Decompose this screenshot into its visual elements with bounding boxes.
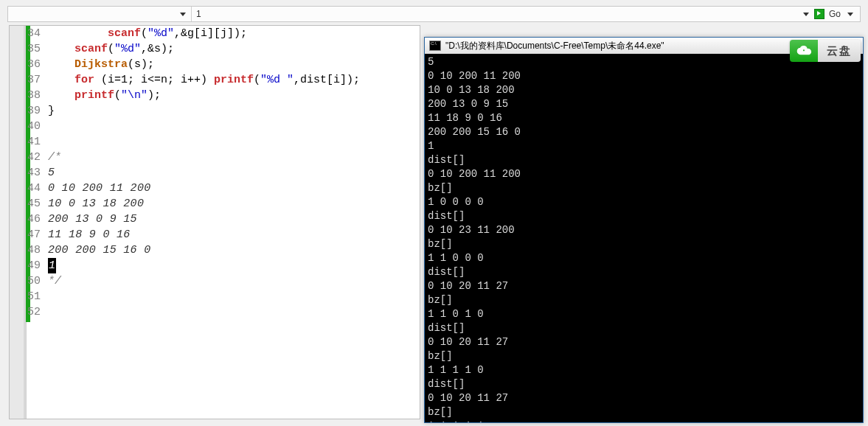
code-line[interactable]: 38 printf("\n"); <box>10 88 420 103</box>
line-number: 47 <box>10 227 48 242</box>
code-text: printf("\n"); <box>48 88 161 103</box>
line-number: 45 <box>10 196 48 212</box>
code-lines[interactable]: 34 scanf("%d",&g[i][j]);35 scanf("%d",&s… <box>10 26 420 320</box>
code-text: 11 18 9 0 16 <box>48 227 131 242</box>
code-line[interactable]: 52 <box>10 304 420 320</box>
code-line[interactable]: 491 <box>10 258 420 273</box>
code-text: scanf("%d",&g[i][j]); <box>48 26 247 41</box>
code-line[interactable]: 440 10 200 11 200 <box>10 181 420 196</box>
line-number: 34 <box>10 26 48 41</box>
console-window: "D:\我的资料库\Documents\C-Free\Temp\未命名44.ex… <box>424 37 864 423</box>
code-line[interactable]: 51 <box>10 289 420 304</box>
code-text: 0 10 200 11 200 <box>48 181 151 196</box>
console-output[interactable]: 5 0 10 200 11 200 10 0 13 18 200 200 13 … <box>425 54 863 422</box>
line-number: 49 <box>10 258 48 273</box>
selection-highlight <box>30 165 420 181</box>
code-text: scanf("%d",&s); <box>48 41 174 57</box>
code-line[interactable]: 50*/ <box>10 273 420 289</box>
code-line[interactable]: 34 scanf("%d",&g[i][j]); <box>10 26 420 41</box>
go-run-label[interactable]: Go <box>827 9 842 19</box>
code-line[interactable]: 37 for (i=1; i<=n; i++) printf("%d ",dis… <box>10 72 420 88</box>
chevron-down-icon <box>180 13 186 16</box>
line-number: 35 <box>10 41 48 57</box>
terminal-icon <box>429 41 441 51</box>
line-number: 51 <box>10 289 48 304</box>
line-number: 41 <box>10 134 48 150</box>
line-number: 44 <box>10 181 48 196</box>
toolbar-left <box>8 7 192 21</box>
code-text: for (i=1; i<=n; i++) printf("%d ",dist[i… <box>48 72 360 88</box>
line-number: 38 <box>10 88 48 103</box>
line-number: 50 <box>10 273 48 289</box>
line-number: 39 <box>10 103 48 119</box>
dropdown-left[interactable] <box>178 9 188 19</box>
go-run-icon[interactable] <box>814 9 824 19</box>
toolbar-right: Go <box>796 7 860 21</box>
dropdown-right[interactable] <box>801 9 811 19</box>
line-number: 36 <box>10 57 48 72</box>
code-text: } <box>48 103 55 119</box>
console-title-text: "D:\我的资料库\Documents\C-Free\Temp\未命名44.ex… <box>445 40 664 52</box>
code-line[interactable]: 40 <box>10 119 420 134</box>
code-line[interactable]: 35 scanf("%d",&s); <box>10 41 420 57</box>
line-number: 46 <box>10 212 48 227</box>
cloud-disk-badge[interactable]: 云盘 <box>790 40 861 62</box>
code-text: */ <box>48 273 61 289</box>
code-line[interactable]: 435 <box>10 165 420 181</box>
code-line[interactable]: 4510 0 13 18 200 <box>10 196 420 212</box>
top-toolbar: 1 Go <box>7 6 861 22</box>
code-editor[interactable]: 34 scanf("%d",&g[i][j]);35 scanf("%d",&s… <box>9 25 420 419</box>
line-number: 40 <box>10 119 48 134</box>
code-line[interactable]: 39} <box>10 103 420 119</box>
code-line[interactable]: 46200 13 0 9 15 <box>10 212 420 227</box>
code-line[interactable]: 4711 18 9 0 16 <box>10 227 420 242</box>
code-text: /* <box>48 150 61 165</box>
code-line[interactable]: 41 <box>10 134 420 150</box>
cloud-disk-label: 云盘 <box>818 40 861 62</box>
code-text: Dijkstra(s); <box>48 57 154 72</box>
code-text: 1 <box>48 258 56 273</box>
toolbar-mid[interactable]: 1 <box>192 7 796 21</box>
code-text: 200 200 15 16 0 <box>48 242 151 258</box>
code-text: 5 <box>48 165 55 181</box>
line-number: 37 <box>10 72 48 88</box>
chevron-down-icon <box>847 13 853 16</box>
chevron-down-icon <box>803 13 809 16</box>
selection-highlight <box>30 258 420 273</box>
line-number: 48 <box>10 242 48 258</box>
code-text: 10 0 13 18 200 <box>48 196 144 212</box>
line-number: 42 <box>10 150 48 165</box>
go-dropdown[interactable] <box>845 9 855 19</box>
code-line[interactable]: 36 Dijkstra(s); <box>10 57 420 72</box>
cloud-icon <box>796 45 812 57</box>
line-number: 43 <box>10 165 48 181</box>
line-number: 52 <box>10 304 48 320</box>
code-line[interactable]: 48200 200 15 16 0 <box>10 242 420 258</box>
code-text: 200 13 0 9 15 <box>48 212 137 227</box>
cloud-icon-wrap <box>790 40 818 62</box>
code-line[interactable]: 42/* <box>10 150 420 165</box>
